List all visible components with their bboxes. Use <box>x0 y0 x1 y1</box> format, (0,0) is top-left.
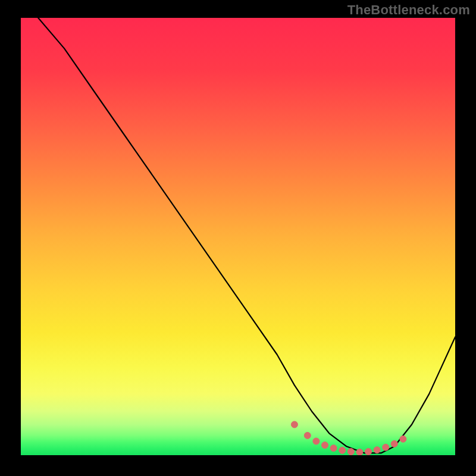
marker-dot <box>383 444 389 450</box>
plot-area <box>21 18 455 455</box>
marker-dot <box>304 432 311 439</box>
watermark-text: TheBottleneck.com <box>347 2 470 18</box>
bottleneck-curve <box>38 18 455 453</box>
marker-dot <box>291 421 298 428</box>
marker-dot <box>313 438 320 444</box>
marker-dot <box>347 449 354 455</box>
marker-dot <box>339 447 346 453</box>
chart-svg <box>21 18 455 455</box>
marker-dot <box>400 436 406 442</box>
marker-dot <box>330 445 337 452</box>
chart-frame: TheBottleneck.com <box>0 0 476 476</box>
optimal-range-markers <box>291 421 406 455</box>
marker-dot <box>365 449 372 455</box>
marker-dot <box>374 447 380 453</box>
marker-dot <box>391 440 397 447</box>
marker-dot <box>356 449 363 455</box>
marker-dot <box>322 442 328 449</box>
